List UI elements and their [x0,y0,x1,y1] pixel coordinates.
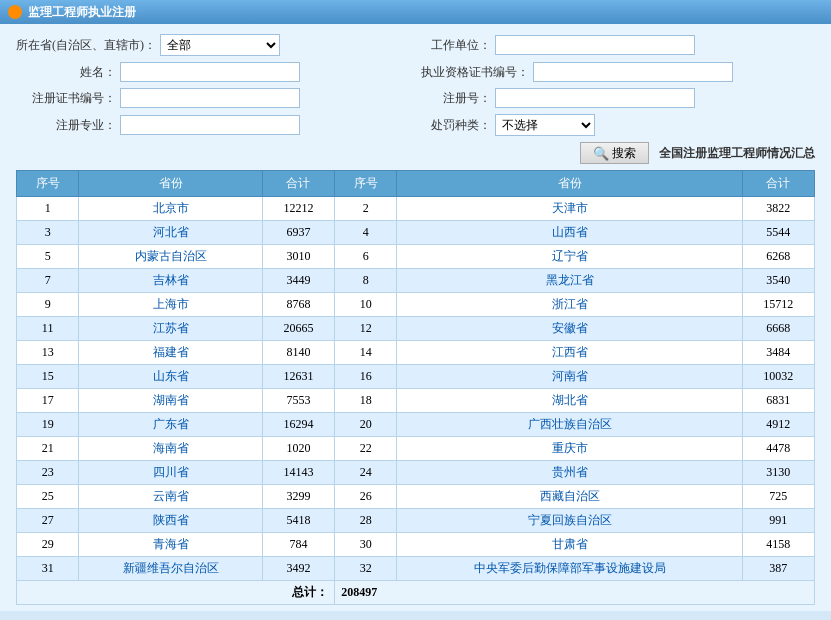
table-row: 31新疆维吾尔自治区349232中央军委后勤保障部军事设施建设局387 [17,557,815,581]
province-link[interactable]: 四川省 [153,465,189,479]
table-cell: 3299 [262,485,334,509]
title-bar-icon [8,5,22,19]
reg-num-label: 注册号： [421,90,491,107]
reg-prof-input[interactable] [120,115,300,135]
province-link[interactable]: 新疆维吾尔自治区 [123,561,219,575]
table-cell: 3 [17,221,79,245]
table-row: 17湖南省755318湖北省6831 [17,389,815,413]
penalty-label: 处罚种类： [421,117,491,134]
col-seq2: 序号 [335,171,397,197]
table-cell: 21 [17,437,79,461]
reg-cert-input[interactable] [120,88,300,108]
province-link[interactable]: 贵州省 [552,465,588,479]
data-table: 序号 省份 合计 序号 省份 合计 1北京市122122天津市38223河北省6… [16,170,815,605]
table-cell: 25 [17,485,79,509]
province-link[interactable]: 云南省 [153,489,189,503]
province-link[interactable]: 甘肃省 [552,537,588,551]
province-link[interactable]: 青海省 [153,537,189,551]
table-row: 5内蒙古自治区30106辽宁省6268 [17,245,815,269]
table-cell: 20 [335,413,397,437]
province-link[interactable]: 陕西省 [153,513,189,527]
table-cell: 9 [17,293,79,317]
table-row: 13福建省814014江西省3484 [17,341,815,365]
province-link[interactable]: 广东省 [153,417,189,431]
province-link[interactable]: 海南省 [153,441,189,455]
table-cell: 5418 [262,509,334,533]
work-unit-input[interactable] [495,35,695,55]
table-cell: 10032 [742,365,814,389]
table-cell: 4 [335,221,397,245]
province-link[interactable]: 山西省 [552,225,588,239]
table-cell: 10 [335,293,397,317]
province-link[interactable]: 江苏省 [153,321,189,335]
province-link[interactable]: 黑龙江省 [546,273,594,287]
province-link[interactable]: 河北省 [153,225,189,239]
table-cell: 11 [17,317,79,341]
table-cell: 7553 [262,389,334,413]
table-cell: 12631 [262,365,334,389]
penalty-select[interactable]: 不选择 [495,114,595,136]
province-link[interactable]: 浙江省 [552,297,588,311]
province-link[interactable]: 广西壮族自治区 [528,417,612,431]
province-select[interactable]: 全部 [160,34,280,56]
table-cell: 3130 [742,461,814,485]
province-link[interactable]: 中央军委后勤保障部军事设施建设局 [474,561,666,575]
province-link[interactable]: 北京市 [153,201,189,215]
province-link[interactable]: 天津市 [552,201,588,215]
total-label: 总计： [17,581,335,605]
reg-num-input[interactable] [495,88,695,108]
table-cell: 16 [335,365,397,389]
table-cell: 3822 [742,197,814,221]
table-cell: 13 [17,341,79,365]
table-cell: 2 [335,197,397,221]
province-link[interactable]: 辽宁省 [552,249,588,263]
table-cell: 1 [17,197,79,221]
table-cell: 32 [335,557,397,581]
table-cell: 18 [335,389,397,413]
province-link[interactable]: 江西省 [552,345,588,359]
province-link[interactable]: 内蒙古自治区 [135,249,207,263]
table-cell: 12212 [262,197,334,221]
table-row: 11江苏省2066512安徽省6668 [17,317,815,341]
table-cell: 3449 [262,269,334,293]
table-cell: 6668 [742,317,814,341]
table-cell: 991 [742,509,814,533]
table-cell: 7 [17,269,79,293]
province-link[interactable]: 福建省 [153,345,189,359]
search-button[interactable]: 🔍 搜索 [580,142,649,164]
table-cell: 14 [335,341,397,365]
name-input[interactable] [120,62,300,82]
province-link[interactable]: 湖北省 [552,393,588,407]
province-link[interactable]: 山东省 [153,369,189,383]
reg-prof-label: 注册专业： [16,117,116,134]
col-prov1: 省份 [79,171,263,197]
table-row: 25云南省329926西藏自治区725 [17,485,815,509]
province-link[interactable]: 重庆市 [552,441,588,455]
table-cell: 784 [262,533,334,557]
table-cell: 8140 [262,341,334,365]
province-link[interactable]: 上海市 [153,297,189,311]
table-cell: 4912 [742,413,814,437]
total-value: 208497 [335,581,815,605]
table-row: 9上海市876810浙江省15712 [17,293,815,317]
table-cell: 12 [335,317,397,341]
province-link[interactable]: 安徽省 [552,321,588,335]
province-link[interactable]: 西藏自治区 [540,489,600,503]
table-header-row: 序号 省份 合计 序号 省份 合计 [17,171,815,197]
province-link[interactable]: 河南省 [552,369,588,383]
table-cell: 16294 [262,413,334,437]
table-cell: 28 [335,509,397,533]
table-cell: 8 [335,269,397,293]
province-link[interactable]: 吉林省 [153,273,189,287]
title-bar: 监理工程师执业注册 [0,0,831,24]
table-row: 1北京市122122天津市3822 [17,197,815,221]
table-cell: 6268 [742,245,814,269]
table-cell: 1020 [262,437,334,461]
table-cell: 3484 [742,341,814,365]
table-cell: 17 [17,389,79,413]
cert-num-input[interactable] [533,62,733,82]
province-link[interactable]: 湖南省 [153,393,189,407]
work-unit-label: 工作单位： [421,37,491,54]
province-link[interactable]: 宁夏回族自治区 [528,513,612,527]
table-cell: 30 [335,533,397,557]
